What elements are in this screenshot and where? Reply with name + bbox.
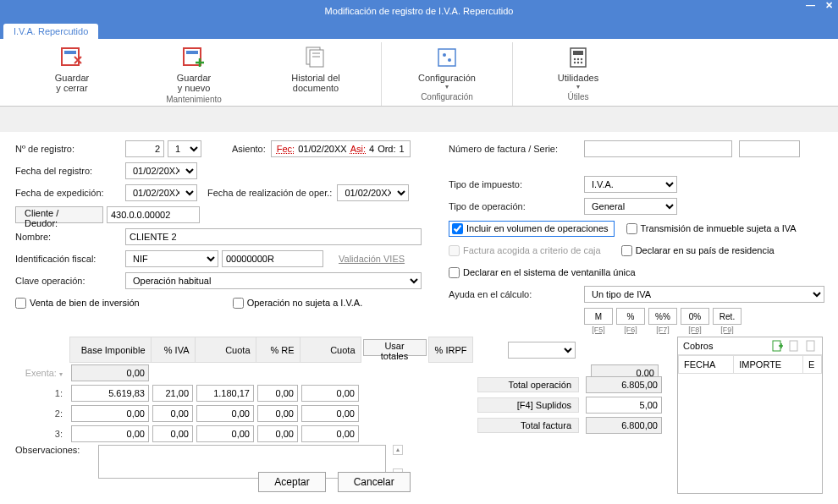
svg-point-16 <box>574 62 576 63</box>
close-icon[interactable]: ✕ <box>825 0 833 11</box>
doc-history-button[interactable]: Historial deldocumento <box>259 42 372 93</box>
cobros-delete-icon[interactable] <box>805 340 817 352</box>
fecha-exp-label: Fecha de expedición: <box>15 188 125 198</box>
clave-select[interactable]: Operación habitual <box>125 272 422 289</box>
total-op-label: Total operación <box>477 377 579 392</box>
obs-up-icon[interactable]: ▴ <box>393 445 403 455</box>
cobros-edit-icon[interactable] <box>788 340 800 352</box>
group-label-utiles: Útiles <box>567 92 588 101</box>
nombre-input[interactable] <box>125 228 422 245</box>
asiento-info[interactable]: Fec: 01/02/20XX Asi: 4 Ord: 1 <box>271 140 411 157</box>
r3-cuota[interactable] <box>196 425 254 442</box>
svg-point-15 <box>581 58 582 60</box>
utilities-icon <box>565 44 592 71</box>
cobros-add-icon[interactable] <box>771 340 783 352</box>
total-op-value <box>586 376 662 393</box>
svg-rect-8 <box>438 49 455 66</box>
r2-pct[interactable] <box>152 405 193 422</box>
tipo-op-select[interactable]: General <box>584 198 677 215</box>
save-new-button[interactable]: Guardary nuevo <box>137 42 251 93</box>
fecha-registro-label: Fecha del registro: <box>15 166 125 176</box>
r3-cuotare[interactable] <box>301 425 359 442</box>
hint-f6: [F6] <box>616 326 645 334</box>
idfiscal-type-select[interactable]: NIF <box>125 250 218 267</box>
cliente-deudor-button[interactable]: Cliente / Deudor: <box>15 206 103 223</box>
cobros-col-importe: IMPORTE <box>734 356 803 374</box>
titlebar: Modificación de registro de I.V.A. Reper… <box>0 0 838 22</box>
cobros-col-fecha: FECHA <box>679 356 734 374</box>
calc-m-button[interactable]: M <box>584 308 613 325</box>
cobros-title: Cobros <box>683 341 713 351</box>
r1-pct[interactable] <box>152 385 193 402</box>
declarar-pais-checkbox[interactable]: Declarar en su país de residencia <box>621 245 775 256</box>
nregistro-input[interactable] <box>125 140 164 157</box>
numfact-input[interactable] <box>584 140 732 157</box>
save-close-button[interactable]: Guardary cerrar <box>15 42 129 93</box>
incluir-volumen-checkbox[interactable]: Incluir en volumen de operaciones <box>449 221 615 237</box>
calc-ret-button[interactable]: Ret. <box>713 308 742 325</box>
r1-re[interactable] <box>257 385 298 402</box>
numfact-label: Número de factura / Serie: <box>449 144 584 154</box>
nombre-label: Nombre: <box>15 232 125 242</box>
nregistro-sub-select[interactable]: 1 <box>168 140 201 157</box>
cobros-panel: Cobros FECHA IMPORTE E <box>677 337 823 494</box>
r3-pct[interactable] <box>152 425 193 442</box>
form-panel: Nº de registro: 1 Asiento: Fec: 01/02/20… <box>0 132 838 504</box>
calc-pct-button[interactable]: % <box>616 308 645 325</box>
fecha-oper-input[interactable]: 01/02/20XX <box>337 184 409 201</box>
r2-re[interactable] <box>257 405 298 422</box>
calc-pctpct-button[interactable]: %% <box>648 308 677 325</box>
doc-history-icon <box>302 44 329 71</box>
transmision-checkbox[interactable]: Transmisión de inmueble sujeta a IVA <box>626 223 797 234</box>
cliente-code-input[interactable] <box>107 206 200 223</box>
asiento-label: Asiento: <box>232 144 266 154</box>
op-no-sujeta-checkbox[interactable]: Operación no sujeta a I.V.A. <box>233 298 363 309</box>
calc-zero-button[interactable]: 0% <box>681 308 709 325</box>
accept-button[interactable]: Aceptar <box>258 472 325 492</box>
usar-totales-button[interactable]: Usar totales <box>363 339 427 356</box>
save-close-icon <box>58 44 85 71</box>
tab-row: I.V.A. Repercutido <box>0 22 838 39</box>
col-pctiva: % IVA <box>151 337 195 363</box>
criterio-caja-checkbox: Factura acogida a criterio de caja <box>449 245 601 256</box>
r1-cuotare[interactable] <box>301 385 359 402</box>
suplidos-value[interactable] <box>586 397 662 414</box>
r3-re[interactable] <box>257 425 298 442</box>
minimize-icon[interactable]: — <box>806 0 815 11</box>
fecha-registro-input[interactable]: 01/02/20XX <box>125 162 197 179</box>
clave-label: Clave operación: <box>15 276 125 286</box>
suplidos-label: [F4] Suplidos <box>477 397 579 413</box>
r2-cuota[interactable] <box>196 405 254 422</box>
svg-point-18 <box>581 62 582 63</box>
col-cuota: Cuota <box>195 337 256 363</box>
tab-iva-repercutido[interactable]: I.V.A. Repercutido <box>3 24 98 39</box>
svg-rect-20 <box>790 341 797 351</box>
window-title: Modificación de registro de I.V.A. Reper… <box>325 6 514 16</box>
svg-point-17 <box>577 62 579 63</box>
ayuda-select[interactable]: Un tipo de IVA <box>584 286 824 303</box>
svg-point-13 <box>574 58 576 60</box>
svg-rect-21 <box>807 341 814 351</box>
hint-f7: [F7] <box>648 326 677 334</box>
fecha-exp-input[interactable]: 01/02/20XX <box>125 184 197 201</box>
idfiscal-num-input[interactable] <box>222 250 323 267</box>
venta-bien-checkbox[interactable]: Venta de bien de inversión <box>15 298 140 309</box>
cancel-button[interactable]: Cancelar <box>338 472 411 492</box>
validacion-vies-link[interactable]: Validación VIES <box>339 254 405 264</box>
numfact-serie-input[interactable] <box>739 140 800 157</box>
r2-cuotare[interactable] <box>301 405 359 422</box>
r3-base[interactable] <box>71 425 149 442</box>
tipo-imp-select[interactable]: I.V.A. <box>584 176 677 193</box>
r1-cuota[interactable] <box>196 385 254 402</box>
col-base: Base Imponible <box>69 337 151 363</box>
total-fact-value <box>586 417 662 434</box>
fecha-oper-label: Fecha de realización de oper.: <box>207 188 332 198</box>
config-button[interactable]: Configuración ▾ <box>390 42 504 90</box>
r1-base[interactable] <box>71 385 149 402</box>
utilities-button[interactable]: Utilidades ▾ <box>521 42 635 90</box>
group-label-mantenimiento: Mantenimiento <box>166 95 222 104</box>
group-label-config: Configuración <box>421 92 473 101</box>
idfiscal-label: Identificación fiscal: <box>15 254 125 264</box>
ventanilla-checkbox[interactable]: Declarar en el sistema de ventanilla úni… <box>449 267 636 278</box>
r2-base[interactable] <box>71 405 149 422</box>
